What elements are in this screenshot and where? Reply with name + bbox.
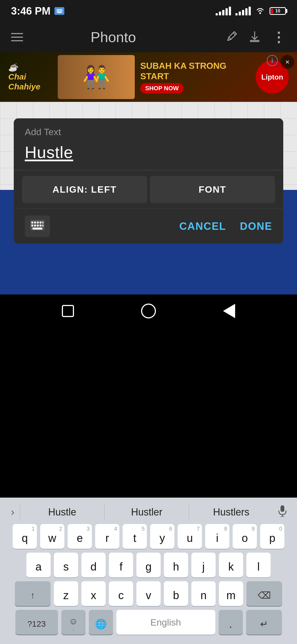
svg-point-12 <box>259 12 261 14</box>
suggestion-hustlers[interactable]: Hustlers <box>189 504 273 521</box>
key-period[interactable]: . <box>219 610 243 635</box>
svg-rect-14 <box>31 222 33 223</box>
key-row-1: 1q 2w 3e 4r 5t 6y 7u 8i 9o 0p <box>2 524 295 549</box>
key-s[interactable]: s <box>54 553 78 577</box>
key-e[interactable]: 3e <box>68 524 92 549</box>
key-enter[interactable]: ↵ <box>246 610 282 635</box>
key-w[interactable]: 2w <box>40 524 64 549</box>
key-emoji[interactable]: ☺, <box>61 610 86 635</box>
status-time: 3:46 PM <box>11 5 64 17</box>
key-t[interactable]: 5t <box>123 524 147 549</box>
status-icons: 10 <box>216 6 286 17</box>
cancel-button[interactable]: CANCEL <box>179 220 226 232</box>
edit-button[interactable] <box>226 31 238 44</box>
key-l[interactable]: l <box>246 553 271 577</box>
signal-icon-2 <box>235 7 251 15</box>
svg-rect-25 <box>280 505 284 512</box>
svg-rect-18 <box>42 222 43 223</box>
ad-info-button[interactable]: i <box>267 55 278 66</box>
svg-rect-3 <box>59 9 60 10</box>
key-b[interactable]: b <box>164 581 188 606</box>
add-text-dialog: Add Text Hustle ALIGN: LEFT FONT CANCEL … <box>14 118 283 244</box>
canvas-area[interactable]: Add Text Hustle ALIGN: LEFT FONT CANCEL … <box>0 102 297 294</box>
key-space[interactable]: English <box>116 610 215 635</box>
svg-rect-20 <box>34 225 36 227</box>
more-button[interactable]: ⋮ <box>272 30 286 44</box>
key-g[interactable]: g <box>136 553 161 577</box>
key-shift[interactable]: ↑ <box>15 581 51 606</box>
key-j[interactable]: j <box>191 553 216 577</box>
key-c[interactable]: c <box>109 581 133 606</box>
suggestions-bar: › Hustle Hustler Hustlers <box>0 500 297 524</box>
suggestion-expand[interactable]: › <box>6 506 20 518</box>
align-button[interactable]: ALIGN: LEFT <box>22 176 147 203</box>
keyboard-rows: 1q 2w 3e 4r 5t 6y 7u 8i 9o 0p a s d f g … <box>0 524 297 635</box>
dialog-text-input[interactable]: Hustle <box>25 143 272 162</box>
key-p[interactable]: 0p <box>260 524 284 549</box>
svg-rect-15 <box>34 222 36 223</box>
status-bar: 3:46 PM 10 <box>0 0 297 22</box>
svg-rect-22 <box>40 225 42 227</box>
key-y[interactable]: 6y <box>150 524 174 549</box>
key-a[interactable]: a <box>26 553 51 577</box>
download-button[interactable] <box>249 31 261 44</box>
signal-icon <box>216 7 231 15</box>
nav-back-button[interactable] <box>221 303 237 319</box>
key-num-switch[interactable]: ?123 <box>15 610 58 635</box>
key-d[interactable]: d <box>81 553 106 577</box>
key-u[interactable]: 7u <box>178 524 202 549</box>
nav-circle-button[interactable] <box>140 303 157 319</box>
battery-icon: 10 <box>270 7 286 15</box>
svg-rect-6 <box>57 11 58 12</box>
dialog-input-area[interactable]: Hustle <box>14 140 283 170</box>
suggestion-hustle[interactable]: Hustle <box>20 504 104 521</box>
keyboard[interactable]: › Hustle Hustler Hustlers 1q 2w 3e 4r 5t… <box>0 498 297 644</box>
svg-rect-21 <box>37 225 39 227</box>
mic-button[interactable] <box>273 505 292 519</box>
nav-home-button[interactable] <box>60 303 76 319</box>
svg-rect-8 <box>59 11 60 12</box>
suggestion-hustler[interactable]: Hustler <box>104 504 189 521</box>
done-button[interactable]: DONE <box>240 220 272 232</box>
key-o[interactable]: 9o <box>233 524 257 549</box>
key-x[interactable]: x <box>81 581 106 606</box>
key-f[interactable]: f <box>109 553 133 577</box>
key-h[interactable]: h <box>164 553 188 577</box>
key-row-3: ↑ z x c v b n m ⌫ <box>2 581 295 606</box>
key-q[interactable]: 1q <box>13 524 37 549</box>
home-icon <box>62 305 74 317</box>
shop-now-btn[interactable]: SHOP NOW <box>140 81 250 94</box>
nav-bar <box>0 294 297 328</box>
key-row-4: ?123 ☺, 🌐 English . ↵ <box>2 610 295 635</box>
ad-close-button[interactable]: × <box>280 55 294 69</box>
key-backspace[interactable]: ⌫ <box>246 581 282 606</box>
keyboard-toggle-button[interactable] <box>25 215 50 237</box>
svg-rect-10 <box>61 11 62 12</box>
svg-rect-24 <box>32 228 42 230</box>
key-m[interactable]: m <box>219 581 243 606</box>
dialog-buttons-row: ALIGN: LEFT FONT <box>14 170 283 209</box>
app-bar-actions: ⋮ <box>226 30 286 44</box>
svg-rect-11 <box>57 12 61 13</box>
app-bar: Phonto ⋮ <box>0 22 297 52</box>
svg-rect-5 <box>61 9 62 10</box>
key-i[interactable]: 8i <box>205 524 229 549</box>
svg-rect-2 <box>58 9 59 10</box>
key-z[interactable]: z <box>54 581 78 606</box>
key-n[interactable]: n <box>191 581 216 606</box>
font-button[interactable]: FONT <box>150 176 275 203</box>
time-display: 3:46 PM <box>11 5 51 17</box>
ad-image: 👫 <box>58 55 135 99</box>
dialog-overlay: Add Text Hustle ALIGN: LEFT FONT CANCEL … <box>0 102 297 294</box>
ad-brand-text: ☕ Chai Chahiye <box>8 63 52 92</box>
key-k[interactable]: k <box>219 553 243 577</box>
keyboard-icon <box>30 219 45 233</box>
key-v[interactable]: v <box>136 581 161 606</box>
key-r[interactable]: 4r <box>95 524 119 549</box>
svg-rect-9 <box>60 11 61 12</box>
dialog-title: Add Text <box>14 118 283 140</box>
svg-rect-7 <box>58 11 59 12</box>
keyboard-status-icon <box>54 7 64 15</box>
action-buttons: CANCEL DONE <box>179 220 272 232</box>
key-globe[interactable]: 🌐 <box>89 610 113 635</box>
